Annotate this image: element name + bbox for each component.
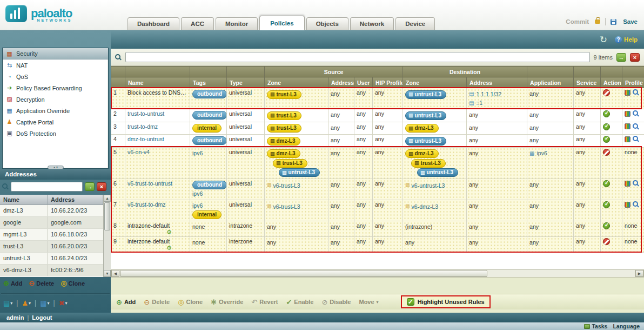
- zone-badge-trust-L3[interactable]: ▥trust-L3: [273, 159, 307, 168]
- column-header-tags[interactable]: Tags: [190, 77, 227, 88]
- tab-dashboard[interactable]: Dashboard: [128, 17, 179, 30]
- profile-group-icon[interactable]: [625, 123, 630, 129]
- rule-name-link[interactable]: trust-to-dmz: [128, 123, 187, 130]
- revert-button[interactable]: ↶Revert: [251, 299, 278, 306]
- scrollbar-thumb[interactable]: [120, 270, 487, 277]
- sidebar-item-application-override[interactable]: ▦Application Override: [3, 105, 108, 116]
- sidebar-item-dos-protection[interactable]: ▣DoS Protection: [3, 128, 108, 139]
- help-button[interactable]: ? Help: [615, 36, 638, 43]
- rule-row-2[interactable]: 2trust-to-untrustoutbounduniversal▥trust…: [111, 109, 644, 122]
- rule-row-8[interactable]: 8intrazone-default⚙noneintrazoneanyanyan…: [111, 221, 644, 237]
- column-header-user[interactable]: User: [354, 77, 373, 88]
- panel-collapse-handle[interactable]: ▲▼: [48, 166, 64, 169]
- tab-device[interactable]: Device: [395, 17, 435, 30]
- disable-button[interactable]: ⊘Disable: [321, 299, 351, 306]
- zone-badge-dmz-L3[interactable]: ▥dmz-L3: [405, 149, 439, 158]
- zone-badge-dmz-L3[interactable]: ▥dmz-L3: [267, 149, 300, 158]
- address-row[interactable]: dmz-L310.66.22.0/23: [0, 205, 111, 217]
- tools-menu[interactable]: ✖▾: [59, 299, 68, 307]
- log-magnifier-icon[interactable]: [633, 123, 639, 130]
- zone-badge-untrust-L3[interactable]: ▥untrust-L3: [279, 168, 320, 177]
- tab-policies[interactable]: Policies: [259, 16, 304, 30]
- save-button[interactable]: Save: [623, 18, 638, 25]
- user-menu[interactable]: ♟▾: [22, 299, 31, 307]
- address-row[interactable]: trust-L310.66.20.0/23: [0, 241, 111, 253]
- zone-badge-trust-L3[interactable]: ▥trust-L3: [411, 159, 446, 168]
- object-item-1.1.1.1/32[interactable]: ▤1.1.1.1/32: [469, 90, 501, 98]
- addresses-search-go-button[interactable]: →: [85, 182, 95, 191]
- address-row[interactable]: googlegoogle.com: [0, 217, 111, 229]
- horizontal-scrollbar[interactable]: ◀ ▶: [111, 269, 644, 278]
- sidebar-item-captive-portal[interactable]: ♟Captive Portal: [3, 116, 108, 128]
- rules-search-input[interactable]: [125, 52, 590, 62]
- rule-name-link[interactable]: Block access to DNS S...: [128, 89, 187, 96]
- tag-internal[interactable]: internal: [192, 210, 222, 219]
- enable-button[interactable]: ✔Enable: [286, 299, 313, 306]
- zone-badge-trust-L3[interactable]: ▥trust-L3: [267, 111, 301, 120]
- rule-name-link[interactable]: v6-on-v4: [128, 149, 187, 155]
- sidebar-item-nat[interactable]: ⇆NAT: [3, 60, 108, 71]
- sidebar-item-qos[interactable]: ◔QoS: [3, 71, 108, 82]
- tag-outbound[interactable]: outbound: [192, 111, 227, 120]
- profile-group-icon[interactable]: [625, 181, 630, 187]
- rule-row-7[interactable]: 7v6-trust-to-dmzipv6internaluniversal▥v6…: [111, 200, 644, 221]
- addresses-search-input[interactable]: [11, 182, 83, 192]
- log-magnifier-icon[interactable]: [633, 89, 639, 96]
- sidebar-item-policy-based-forwarding[interactable]: ➔Policy Based Forwarding: [3, 82, 108, 94]
- rule-row-6[interactable]: 6v6-trust-to-untrustoutboundipv6universa…: [111, 179, 644, 200]
- addresses-column-header[interactable]: Address: [48, 195, 103, 204]
- column-header-application[interactable]: Application: [527, 77, 574, 88]
- delete-address-button[interactable]: ⊖Delete: [29, 280, 54, 287]
- profile-group-icon[interactable]: [625, 136, 630, 142]
- scroll-up-icon[interactable]: ▲: [104, 195, 111, 202]
- column-header-hip-profile[interactable]: HIP Profile: [373, 77, 403, 88]
- rule-row-4[interactable]: 4dmz-to-untrustoutbounduniversal▥dmz-L3a…: [111, 135, 644, 148]
- sidebar-item-security[interactable]: ▦Security: [3, 48, 108, 60]
- rule-name-link[interactable]: dmz-to-untrust: [128, 136, 187, 142]
- object-item-ipv6[interactable]: ▦ipv6: [529, 149, 547, 157]
- tag-internal[interactable]: internal: [192, 124, 222, 133]
- override-button[interactable]: ✱Override: [211, 299, 243, 306]
- scroll-right-icon[interactable]: ▶: [635, 270, 643, 277]
- column-group-source[interactable]: Source: [265, 67, 403, 77]
- scroll-left-icon[interactable]: ◀: [111, 270, 119, 277]
- address-row[interactable]: v6-dmz-L3fc00:2:6::/96: [0, 265, 111, 276]
- profile-group-icon[interactable]: [625, 111, 630, 117]
- add-address-button[interactable]: ⊕Add: [3, 280, 22, 287]
- tab-monitor[interactable]: Monitor: [216, 17, 258, 30]
- refresh-icon[interactable]: ↻: [600, 35, 607, 44]
- object-item-::1[interactable]: ▤::1: [469, 99, 482, 107]
- rules-search-clear-button[interactable]: ×: [630, 53, 640, 62]
- rule-row-1[interactable]: 1Block access to DNS S...outboundunivers…: [111, 88, 644, 109]
- column-header-service[interactable]: Service: [574, 77, 601, 88]
- language-button[interactable]: Language: [613, 323, 640, 329]
- log-magnifier-icon[interactable]: [633, 136, 639, 142]
- commit-button[interactable]: Commit: [566, 18, 589, 25]
- rule-name-link[interactable]: intrazone-default: [128, 222, 187, 229]
- zone-badge-dmz-L3[interactable]: ▥dmz-L3: [267, 137, 300, 146]
- column-header-address[interactable]: Address: [467, 77, 527, 88]
- column-header-address[interactable]: Address: [328, 77, 354, 88]
- zone-badge-v6-trust-L3[interactable]: ▥v6-trust-L3: [267, 203, 300, 210]
- tag-outbound[interactable]: outbound: [192, 181, 227, 189]
- clone-address-button[interactable]: ◎Clone: [61, 280, 85, 287]
- addresses-scrollbar[interactable]: ▲ ▼: [103, 195, 111, 277]
- addresses-column-header[interactable]: Name: [0, 195, 48, 204]
- rule-row-3[interactable]: 3trust-to-dmzinternaluniversal▥trust-L3a…: [111, 122, 644, 135]
- tag-outbound[interactable]: outbound: [192, 90, 227, 98]
- scrollbar-thumb[interactable]: [104, 202, 110, 230]
- edit-menu[interactable]: ▦▾: [40, 299, 49, 307]
- sidebar-item-decryption[interactable]: ▨Decryption: [3, 94, 108, 105]
- tab-acc[interactable]: ACC: [181, 17, 214, 30]
- rules-search-go-button[interactable]: →: [616, 53, 626, 62]
- log-magnifier-icon[interactable]: [633, 201, 639, 208]
- column-header-profile[interactable]: Profile: [622, 77, 644, 88]
- profile-group-icon[interactable]: [625, 90, 630, 96]
- address-row[interactable]: mgmt-L310.66.18.0/23: [0, 229, 111, 241]
- logout-link[interactable]: Logout: [32, 314, 52, 321]
- zone-badge-untrust-L3[interactable]: ▥untrust-L3: [405, 90, 446, 99]
- tag-outbound[interactable]: outbound: [192, 136, 227, 145]
- tab-network[interactable]: Network: [350, 17, 394, 30]
- zone-badge-trust-L3[interactable]: ▥trust-L3: [267, 90, 301, 99]
- rule-row-5[interactable]: 5v6-on-v4ipv6universal▥dmz-L3▥trust-L3▥u…: [111, 147, 644, 179]
